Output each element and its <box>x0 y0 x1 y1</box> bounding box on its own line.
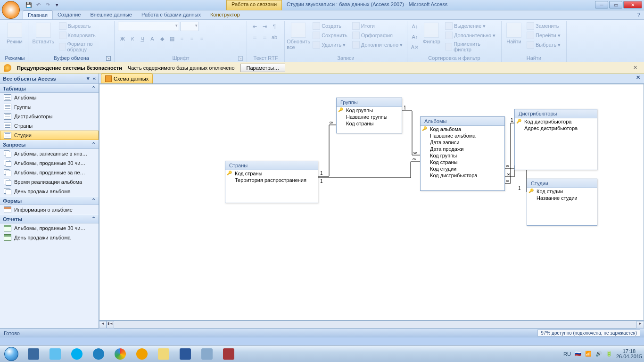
tray-sound-icon[interactable]: 🔊 <box>595 351 602 357</box>
help-icon[interactable]: ? <box>634 10 644 19</box>
goto-button[interactable]: Перейти ▾ <box>525 31 562 40</box>
scroll-home-icon[interactable]: ▮◄ <box>107 321 114 329</box>
tab-design[interactable]: Конструктор <box>206 10 245 19</box>
nav-item[interactable]: Страны <box>0 121 99 131</box>
fillcolor-button[interactable]: ◆ <box>157 34 167 43</box>
taskbar-chrome[interactable] <box>110 347 131 361</box>
font-combo[interactable] <box>118 22 179 31</box>
tray-network-icon[interactable]: 📶 <box>585 351 592 357</box>
indent-inc-button[interactable]: ⇥ <box>260 22 269 31</box>
align-right-button[interactable]: ≡ <box>197 34 206 43</box>
table-header[interactable]: Альбомы <box>421 117 504 126</box>
indent-dec-button[interactable]: ⇤ <box>250 22 259 31</box>
field[interactable]: Код студии <box>527 188 597 195</box>
tray-battery-icon[interactable]: 🔋 <box>606 351 612 357</box>
apply-filter-button[interactable]: Применить фильтр <box>444 41 498 53</box>
doc-tab-schema[interactable]: Схема данных <box>101 74 153 83</box>
ltr-button[interactable]: ¶ <box>270 22 279 31</box>
tab-home[interactable]: Главная <box>23 10 53 19</box>
qat-more-icon[interactable]: ▾ <box>53 1 61 9</box>
field[interactable]: Код страны <box>225 170 318 177</box>
align-center-button[interactable]: ≡ <box>187 34 197 43</box>
field[interactable]: Код альбома <box>421 126 504 132</box>
tab-create[interactable]: Создание <box>53 10 86 19</box>
taskbar-explorer[interactable] <box>153 347 174 361</box>
nav-item[interactable]: Альбомы, проданные 30 чи… <box>0 223 99 233</box>
taskbar-access[interactable] <box>218 347 239 361</box>
taskbar-magnifier[interactable] <box>197 347 217 361</box>
h-scrollbar[interactable]: ◄ ▮◄ ► <box>99 321 644 328</box>
field[interactable]: Код дистрибьютора <box>421 172 504 179</box>
security-options-button[interactable]: Параметры… <box>240 64 286 72</box>
highlight-button[interactable]: ab <box>270 33 279 42</box>
view-button[interactable]: Режим <box>5 22 25 45</box>
taskbar-app-4[interactable] <box>88 347 109 361</box>
taskbar-app-2[interactable] <box>45 347 66 361</box>
sort-desc-button[interactable]: A↑ <box>410 32 420 41</box>
start-button[interactable] <box>0 346 23 362</box>
dialog-launcher-icon[interactable]: ↘ <box>106 56 111 61</box>
nav-item[interactable]: День продажи альбома <box>0 233 99 242</box>
table-box[interactable]: ДистрибьюторыКод дистрибьютораАдрес дист… <box>514 109 597 170</box>
office-button[interactable] <box>2 1 20 19</box>
field[interactable]: Название студии <box>527 195 597 201</box>
field[interactable]: Код группы <box>337 107 402 114</box>
tray-clock[interactable]: 17:1826.04.2015 <box>616 349 642 359</box>
security-close-icon[interactable]: ✕ <box>630 65 640 71</box>
fontsize-combo[interactable] <box>180 22 199 31</box>
table-box[interactable]: СтраныКод страныТерритория распространен… <box>225 161 318 203</box>
nav-group-header[interactable]: Запросы⌃ <box>0 140 99 149</box>
totals-button[interactable]: Итоги <box>351 22 404 30</box>
italic-button[interactable]: К <box>128 34 137 43</box>
filter-button[interactable]: Фильтр <box>421 22 442 45</box>
fontcolor-button[interactable]: A <box>148 34 157 43</box>
paste-button[interactable]: Вставить <box>31 22 56 45</box>
field[interactable]: Код страны <box>421 159 504 165</box>
bold-button[interactable]: Ж <box>118 34 127 43</box>
field[interactable]: Дата записи <box>421 139 504 146</box>
select-button[interactable]: Выбрать ▾ <box>525 41 562 49</box>
delete-button[interactable]: Удалить ▾ <box>311 41 349 49</box>
scroll-right-icon[interactable]: ► <box>636 321 644 329</box>
maximize-button[interactable]: ▭ <box>609 1 622 8</box>
spelling-button[interactable]: Орфография <box>351 31 404 40</box>
field[interactable]: Код группы <box>421 152 504 159</box>
nav-header[interactable]: Все объекты Access ▾ « <box>0 74 99 84</box>
field[interactable]: Адрес дистрибьютора <box>515 125 597 132</box>
close-button[interactable]: ✕ <box>623 1 642 8</box>
save-record-button[interactable]: Сохранить <box>311 31 349 40</box>
nav-item[interactable]: День продажи альбома <box>0 187 99 196</box>
sort-asc-button[interactable]: A↓ <box>410 22 420 31</box>
table-box[interactable]: ГруппыКод группыНазвание группыКод стран… <box>336 98 402 133</box>
field[interactable]: Код страны <box>337 120 402 127</box>
nav-item[interactable]: Альбомы, записанные в янв… <box>0 149 99 158</box>
field[interactable]: Дата продажи <box>421 146 504 152</box>
advanced-button[interactable]: Дополнительно ▾ <box>444 31 498 40</box>
replace-button[interactable]: Заменить <box>525 22 562 30</box>
field[interactable]: Код дистрибьютора <box>515 118 597 125</box>
table-box[interactable]: АльбомыКод альбомаНазвание альбомаДата з… <box>420 116 505 191</box>
nav-item[interactable]: Альбомы, проданные 30 чи… <box>0 158 99 168</box>
tray-flag-icon[interactable]: 🇷🇺 <box>575 351 581 357</box>
minimize-button[interactable]: ─ <box>595 1 608 8</box>
taskbar-app-1[interactable] <box>23 347 44 361</box>
nav-group-header[interactable]: Формы⌃ <box>0 196 99 205</box>
scroll-left-icon[interactable]: ◄ <box>99 321 107 329</box>
tray-lang[interactable]: RU <box>563 351 571 357</box>
table-header[interactable]: Студии <box>527 179 597 188</box>
tab-external[interactable]: Внешние данные <box>86 10 137 19</box>
nav-item[interactable]: Студии <box>0 131 99 140</box>
underline-button[interactable]: Ч <box>138 34 147 43</box>
field[interactable]: Код студии <box>421 165 504 172</box>
nav-item[interactable]: Альбомы <box>0 93 99 102</box>
more-button[interactable]: Дополнительно ▾ <box>351 41 404 49</box>
nav-item[interactable]: Информация о альбоме <box>0 205 99 214</box>
nav-item[interactable]: Альбомы, проданные за пе… <box>0 168 99 177</box>
save-icon[interactable]: 💾 <box>25 1 33 9</box>
new-button[interactable]: Создать <box>311 22 349 30</box>
copy-button[interactable]: Копировать <box>58 31 112 40</box>
table-header[interactable]: Страны <box>225 161 318 170</box>
gridlines-button[interactable]: ▦ <box>167 34 177 43</box>
bullets-button[interactable]: ≣ <box>250 33 259 42</box>
dialog-launcher-icon[interactable]: ↘ <box>238 56 243 61</box>
